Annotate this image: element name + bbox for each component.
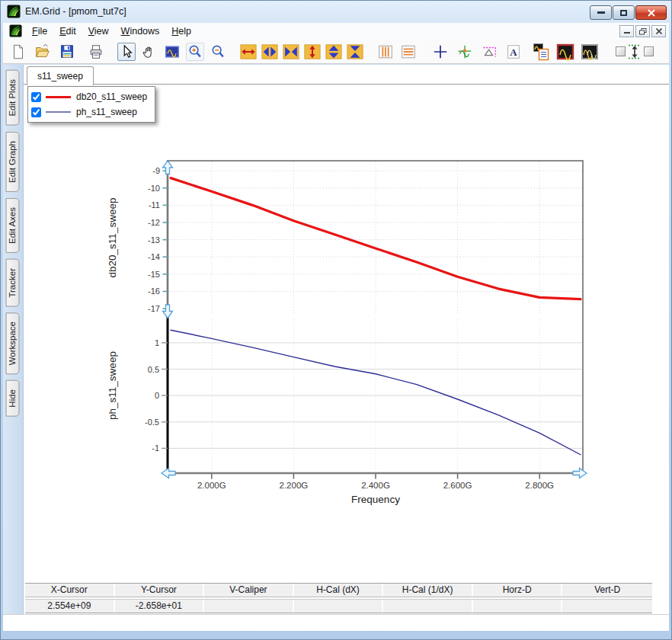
toolbar: A <box>3 40 669 64</box>
fit-vertical-right-checkbox[interactable] <box>644 46 654 56</box>
menu-view[interactable]: View <box>82 24 115 38</box>
header-y-cursor: Y-Cursor <box>115 584 205 597</box>
crosshair-button[interactable] <box>431 43 450 61</box>
cursor-readout-table: X-Cursor Y-Cursor V-Caliper H-Cal (dX) H… <box>25 583 652 613</box>
blue-expand-horizontal-icon <box>261 43 278 60</box>
pan-hand-button[interactable] <box>140 43 158 61</box>
bottom-strip <box>3 614 669 631</box>
value-vert-d <box>562 600 652 613</box>
cursor-table-value-row: 2.554e+09 -2.658e+01 <box>25 599 652 613</box>
minimize-icon <box>597 11 605 14</box>
stretch-x-button[interactable] <box>239 43 258 61</box>
sidebar-tab-hide[interactable]: Hide <box>6 380 20 417</box>
header-v-caliper: V-Caliper <box>204 584 294 597</box>
legend: db20_s11_sweep ph_s11_sweep <box>27 86 155 123</box>
horizontal-stripes-icon <box>400 43 417 60</box>
plot-manager-icon <box>532 43 550 61</box>
blue-collapse-horizontal-icon <box>283 43 299 60</box>
new-document-icon <box>10 43 27 60</box>
legend-label-ph: ph_s11_sweep <box>76 107 137 117</box>
tracker-icon <box>456 43 473 60</box>
zoom-window-button[interactable] <box>163 43 181 61</box>
plot-workspace <box>3 65 669 614</box>
sidebar-tab-edit-plots[interactable]: Edit Plots <box>6 70 20 126</box>
document-icon <box>9 24 22 37</box>
menu-edit[interactable]: Edit <box>53 24 82 38</box>
single-plot-icon <box>556 43 574 61</box>
legend-label-db20: db20_s11_sweep <box>76 91 147 102</box>
menu-file[interactable]: File <box>26 24 53 38</box>
expand-y-button[interactable] <box>325 43 343 61</box>
red-vertical-arrow-icon <box>304 43 321 60</box>
print-icon <box>88 43 104 60</box>
legend-checkbox-db20[interactable] <box>31 92 41 102</box>
sidebar-tab-edit-graph[interactable]: Edit Graph <box>6 132 20 192</box>
select-cursor-button[interactable] <box>117 43 136 61</box>
maximize-button[interactable] <box>613 5 635 20</box>
svg-text:A: A <box>510 46 517 57</box>
cursor-arrow-icon <box>118 43 135 60</box>
mdi-close-button[interactable] <box>651 25 666 37</box>
crosshair-icon <box>432 43 449 60</box>
sidebar: Edit Plots Edit Graph Edit Axes Tracker … <box>3 65 24 614</box>
close-button[interactable] <box>635 5 667 20</box>
header-h-cal-dx: H-Cal (dX) <box>294 584 384 597</box>
tab-s11-sweep[interactable]: s11_sweep <box>27 66 94 85</box>
open-file-button[interactable] <box>34 43 52 61</box>
tracker-marker-button[interactable] <box>456 43 474 61</box>
menu-windows[interactable]: Windows <box>115 24 166 38</box>
save-floppy-icon <box>59 43 75 60</box>
mdi-minimize-button[interactable] <box>619 25 634 37</box>
value-h-cal-1dx <box>383 600 473 613</box>
header-x-cursor: X-Cursor <box>25 584 115 597</box>
sidebar-tab-tracker[interactable]: Tracker <box>6 259 20 307</box>
legend-checkbox-ph[interactable] <box>31 107 41 117</box>
plot-manager-button[interactable] <box>532 43 550 61</box>
menu-help[interactable]: Help <box>165 24 197 38</box>
mdi-restore-icon <box>639 28 647 35</box>
caliper-triangle-icon <box>481 43 498 60</box>
hand-icon <box>141 43 158 60</box>
value-x-cursor: 2.554e+09 <box>25 600 115 613</box>
print-button[interactable] <box>87 43 105 61</box>
stretch-y-button[interactable] <box>303 43 322 61</box>
value-h-cal-dx <box>294 600 384 613</box>
multi-plot-button[interactable] <box>581 43 599 61</box>
sidebar-tab-edit-axes[interactable]: Edit Axes <box>6 198 20 253</box>
save-file-button[interactable] <box>58 43 76 61</box>
legend-item-db20[interactable]: db20_s11_sweep <box>31 89 147 104</box>
fit-vertical-left-checkbox[interactable] <box>616 46 626 56</box>
new-document-button[interactable] <box>9 43 27 61</box>
fit-vertical-icon[interactable] <box>627 43 642 61</box>
fit-horizontal-group <box>667 43 669 60</box>
expand-x-button[interactable] <box>261 43 279 61</box>
titlebar[interactable]: EM.Grid - [pmom_tut7c] <box>0 0 672 23</box>
application-window: { "window": { "title": "EM.Grid - [pmom_… <box>0 0 672 640</box>
horizontal-stripes-button[interactable] <box>399 43 418 61</box>
text-annotation-button[interactable]: A <box>504 43 523 61</box>
menu-bar: File Edit View Windows Help <box>3 23 669 40</box>
vertical-stripes-icon <box>377 43 394 60</box>
open-folder-icon <box>34 43 51 60</box>
caliper-triangle-button[interactable] <box>480 43 498 61</box>
app-icon <box>7 5 21 18</box>
minimize-button[interactable] <box>590 5 612 20</box>
tab-strip-divider <box>24 84 669 85</box>
zoom-in-button[interactable] <box>186 43 204 61</box>
zoom-out-button[interactable] <box>209 43 227 61</box>
legend-item-ph[interactable]: ph_s11_sweep <box>31 104 147 120</box>
multi-plot-icon <box>581 43 599 61</box>
zoom-in-icon <box>187 43 203 60</box>
mdi-restore-button[interactable] <box>635 25 650 37</box>
shrink-y-button[interactable] <box>346 43 364 61</box>
blue-collapse-vertical-icon <box>347 43 363 60</box>
value-v-caliper <box>204 600 294 613</box>
maximize-icon <box>620 10 627 16</box>
vertical-stripes-button[interactable] <box>376 43 395 61</box>
single-plot-button[interactable] <box>556 43 574 61</box>
header-vert-d: Vert-D <box>562 584 652 597</box>
sidebar-tab-workspace[interactable]: Workspace <box>6 312 20 374</box>
value-y-cursor: -2.658e+01 <box>115 600 205 613</box>
mdi-minimize-icon <box>624 28 630 34</box>
shrink-x-button[interactable] <box>282 43 300 61</box>
